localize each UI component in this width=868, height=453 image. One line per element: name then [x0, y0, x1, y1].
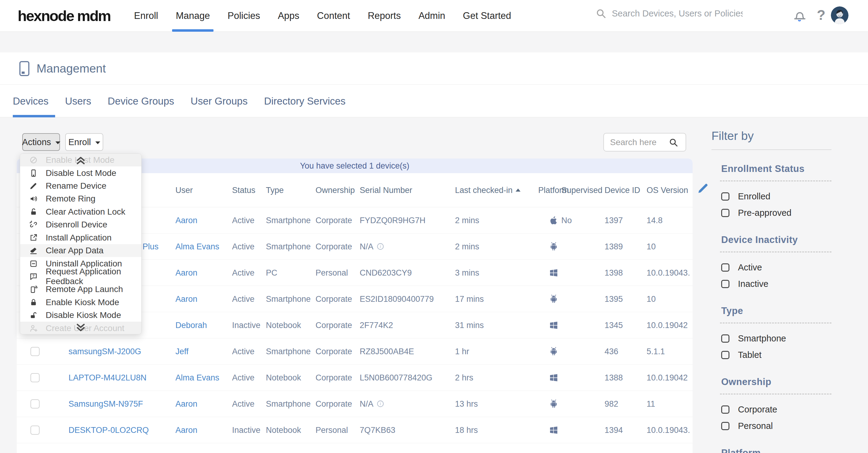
user-link[interactable]: Aaron — [176, 294, 197, 304]
filter-checkbox-tablet[interactable] — [721, 351, 730, 359]
enroll-button[interactable]: Enroll — [65, 133, 103, 151]
tab-users[interactable]: Users — [65, 85, 91, 117]
nav-item-policies[interactable]: Policies — [227, 0, 260, 32]
sort-ascending-icon[interactable] — [516, 189, 521, 192]
tab-device-groups[interactable]: Device Groups — [108, 85, 174, 117]
last-checked-in-value: 31 mins — [455, 320, 484, 330]
column-header-supervised[interactable]: Supervised — [561, 185, 602, 195]
notifications-bell-icon[interactable] — [792, 8, 807, 24]
device-id-value: 1345 — [604, 320, 623, 330]
menu-item-request-application-feedback[interactable]: ?Request Application Feedback — [20, 270, 141, 283]
user-link[interactable]: Aaron — [176, 216, 197, 225]
device-id-value: 1398 — [604, 268, 623, 277]
ownership-value: Corporate — [315, 347, 352, 356]
tab-directory-services[interactable]: Directory Services — [264, 85, 346, 117]
divider — [711, 149, 832, 150]
windows-icon — [549, 373, 559, 383]
column-header-serial-number[interactable]: Serial Number — [360, 185, 412, 195]
filter-checkbox-pre-approved[interactable] — [721, 209, 730, 217]
filter-checkbox-enrolled[interactable] — [721, 192, 730, 201]
android-icon — [549, 294, 559, 304]
column-header-device-id[interactable]: Device ID — [604, 185, 640, 195]
column-header-status[interactable]: Status — [232, 185, 255, 195]
filter-checkbox-personal[interactable] — [721, 422, 730, 430]
menu-item-rename-device[interactable]: Rename Device — [20, 179, 141, 192]
nav-item-manage[interactable]: Manage — [176, 0, 210, 32]
row-checkbox[interactable] — [30, 373, 40, 382]
table-row: samsungSM-J200GJeffActiveSmartphoneCorpo… — [17, 338, 692, 365]
device-name-link[interactable]: SamsungSM-N975F — [68, 399, 143, 408]
nav-item-content[interactable]: Content — [317, 0, 350, 32]
serial-number-value: N/Ai — [360, 399, 384, 408]
user-link[interactable]: Aaron — [176, 268, 197, 277]
tab-user-groups[interactable]: User Groups — [191, 85, 248, 117]
filter-checkbox-smartphone[interactable] — [721, 334, 730, 343]
scroll-down-chevrons-icon[interactable] — [74, 322, 87, 334]
type-value: Notebook — [266, 425, 301, 435]
user-link[interactable]: Alma Evans — [176, 242, 219, 251]
column-header-last-checked-in[interactable]: Last checked-in — [455, 185, 521, 195]
device-id-value: 1397 — [604, 216, 623, 225]
last-checked-in-value: 2 mins — [455, 242, 479, 251]
user-link[interactable]: Jeff — [176, 347, 188, 356]
menu-item-enable-kiosk-mode[interactable]: Enable Kiosk Mode — [20, 296, 141, 309]
tab-devices[interactable]: Devices — [13, 85, 49, 117]
platform-cell — [534, 425, 572, 435]
nav-item-apps[interactable]: Apps — [278, 0, 299, 32]
filter-checkbox-active[interactable] — [721, 263, 730, 272]
user-avatar[interactable] — [831, 6, 848, 24]
device-id-value: 982 — [604, 399, 618, 408]
nav-item-enroll[interactable]: Enroll — [134, 0, 158, 32]
edit-columns-pencil-icon[interactable] — [697, 182, 710, 195]
column-header-label: OS Version — [647, 185, 688, 195]
user-link[interactable]: Aaron — [176, 399, 197, 408]
scroll-up-chevrons-icon[interactable] — [74, 154, 87, 166]
filter-option-pre-approved: Pre-approved — [721, 204, 832, 221]
dashed-divider — [720, 394, 832, 394]
menu-item-disenroll-device[interactable]: Disenroll Device — [20, 218, 141, 231]
device-name-link[interactable]: samsungSM-J200G — [68, 347, 141, 356]
row-checkbox[interactable] — [30, 426, 40, 435]
row-checkbox[interactable] — [30, 399, 40, 408]
menu-item-label: Disable Lost Mode — [46, 168, 116, 178]
user-link[interactable]: Alma Evans — [176, 373, 219, 382]
filter-checkbox-corporate[interactable] — [721, 405, 730, 414]
column-header-type[interactable]: Type — [266, 185, 284, 195]
device-name-link[interactable]: DESKTOP-0LO2CRQ — [68, 425, 149, 435]
global-search-input[interactable] — [612, 8, 743, 19]
os-version-value: 10 — [647, 294, 656, 304]
actions-button[interactable]: Actions — [22, 133, 60, 151]
hexnode-logo[interactable]: hexnode mdm — [18, 7, 111, 24]
filter-checkbox-inactive[interactable] — [721, 280, 730, 288]
nav-item-admin[interactable]: Admin — [418, 0, 445, 32]
row-checkbox[interactable] — [30, 347, 40, 356]
type-value: Notebook — [266, 320, 301, 330]
column-header-ownership[interactable]: Ownership — [315, 185, 355, 195]
filter-option-corporate: Corporate — [721, 401, 832, 418]
last-checked-in-value: 1 hr — [455, 347, 469, 356]
menu-item-remote-app-launch[interactable]: Remote App Launch — [20, 283, 141, 296]
menu-item-install-application[interactable]: Install Application — [20, 231, 141, 244]
serial-number-value: CND6203CY9 — [360, 268, 412, 277]
menu-item-disable-kiosk-mode[interactable]: Disable Kiosk Mode — [20, 309, 141, 321]
ownership-value: Corporate — [315, 399, 352, 408]
menu-item-label: Clear App Data — [46, 246, 103, 255]
smartphone-icon — [29, 169, 38, 177]
table-search-input[interactable] — [610, 138, 668, 147]
menu-item-remote-ring[interactable]: Remote Ring — [20, 192, 141, 205]
menu-item-clear-app-data[interactable]: Clear App Data — [20, 244, 141, 257]
user-link[interactable]: Deborah — [176, 320, 207, 330]
user-link[interactable]: Aaron — [176, 425, 197, 435]
help-icon[interactable]: ? — [817, 7, 825, 23]
nav-item-reports[interactable]: Reports — [368, 0, 401, 32]
menu-item-disable-lost-mode[interactable]: Disable Lost Mode — [20, 166, 141, 179]
nav-item-get-started[interactable]: Get Started — [463, 0, 512, 32]
device-id-value: 1395 — [604, 294, 623, 304]
os-version-value: 10 — [647, 242, 656, 251]
device-name-link[interactable]: LAPTOP-M4U2LU8N — [68, 373, 147, 382]
column-header-user[interactable]: User — [176, 185, 193, 195]
menu-item-clear-activation-lock[interactable]: Clear Activation Lock — [20, 205, 141, 218]
device-name-link[interactable]: Plus — [143, 242, 159, 251]
column-header-os-version[interactable]: OS Version — [647, 185, 688, 195]
last-checked-in-value: 18 hrs — [455, 425, 478, 435]
